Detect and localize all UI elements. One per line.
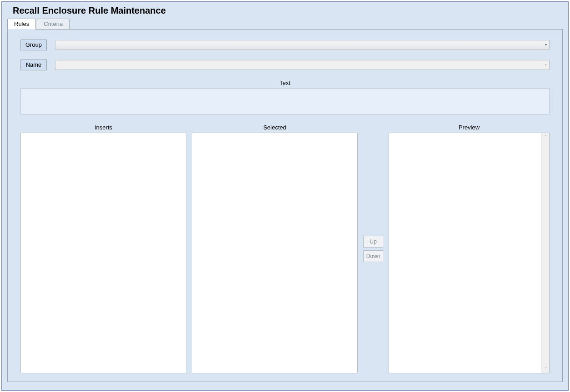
name-row: Name ▾ <box>20 60 550 70</box>
columns-wrap: Inserts Selected Up Down Preview ˄ <box>20 124 550 374</box>
inserts-column: Inserts <box>20 124 186 373</box>
reorder-buttons-column: Up Down <box>363 124 383 374</box>
tab-rules[interactable]: Rules <box>7 19 36 30</box>
content-panel: Group ▾ Name ▾ Text Inserts <box>7 29 563 382</box>
name-combo-wrap: ▾ <box>55 60 550 70</box>
inserts-listbox[interactable] <box>20 133 186 373</box>
selected-label: Selected <box>192 124 358 131</box>
down-button[interactable]: Down <box>363 250 383 262</box>
app-frame: Recall Enclosure Rule Maintenance Rules … <box>1 1 569 391</box>
preview-column: Preview ˄ ˅ <box>389 124 550 373</box>
text-section-label: Text <box>20 79 550 86</box>
selected-column: Selected <box>192 124 358 373</box>
selected-listbox[interactable] <box>192 133 358 373</box>
text-input[interactable] <box>20 88 550 114</box>
name-dropdown[interactable] <box>55 60 550 70</box>
group-dropdown[interactable] <box>55 40 550 50</box>
group-combo-wrap: ▾ <box>55 40 550 50</box>
preview-label: Preview <box>389 124 550 131</box>
preview-box[interactable]: ˄ ˅ <box>389 133 550 373</box>
scroll-up-icon[interactable]: ˄ <box>542 133 550 141</box>
group-row: Group ▾ <box>20 40 550 50</box>
app-window: Recall Enclosure Rule Maintenance Rules … <box>0 0 570 392</box>
inserts-label: Inserts <box>20 124 186 131</box>
scroll-down-icon[interactable]: ˅ <box>542 365 550 373</box>
tab-criteria[interactable]: Criteria <box>37 19 70 30</box>
name-button[interactable]: Name <box>20 60 47 70</box>
tab-strip: Rules Criteria <box>2 19 568 30</box>
group-button[interactable]: Group <box>20 40 47 50</box>
page-title: Recall Enclosure Rule Maintenance <box>2 2 568 19</box>
up-button[interactable]: Up <box>363 236 383 248</box>
scrollbar-track[interactable]: ˄ ˅ <box>541 133 549 373</box>
